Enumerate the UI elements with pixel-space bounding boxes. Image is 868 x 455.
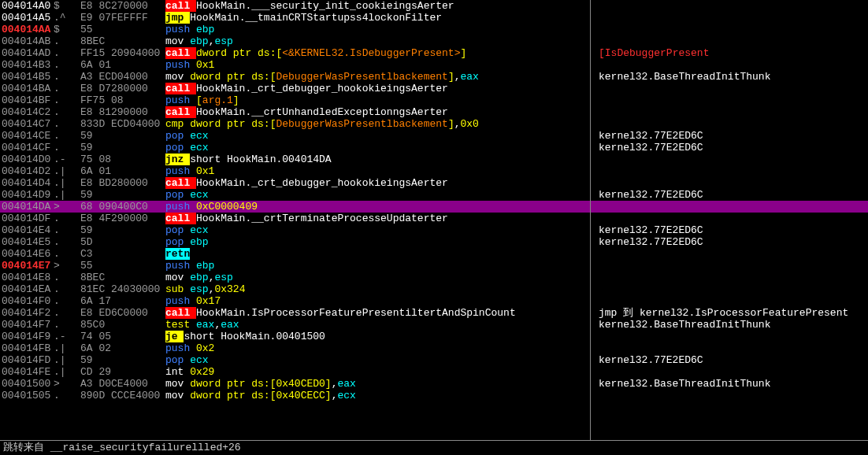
address: 004014D2 <box>0 166 54 177</box>
disasm-row[interactable]: 004014BA. E8 D7280000call HookMain._crt_… <box>0 83 590 94</box>
disasm-row[interactable]: 004014C2. E8 81290000call HookMain.__crt… <box>0 106 590 118</box>
disasm-row[interactable]: 004014BF. FF75 08push [arg.1] <box>0 94 590 106</box>
address: 004014C7 <box>0 119 54 130</box>
jump-marker: . <box>54 284 80 295</box>
instruction: cmp dword ptr ds:[DebuggerWasPresentlbac… <box>165 119 590 130</box>
disasm-row[interactable]: 004014DA> 68 090400C0push 0xC0000409 <box>0 201 590 213</box>
address: 004014F0 <box>0 296 54 307</box>
bytes: 68 090400C0 <box>80 202 165 213</box>
address: 004014F7 <box>0 320 54 331</box>
status-bar: 跳转来自 __raise_securityfailurellled+26 <box>0 440 868 454</box>
disasm-row[interactable]: 004014D0.- 75 08jnz short HookMain.00401… <box>0 154 590 165</box>
disasm-row[interactable]: 004014C7. 833D ECD04000cmp dword ptr ds:… <box>0 118 590 130</box>
disasm-row[interactable]: 004014A5.^ E9 07FEFFFFjmp HookMain.__tma… <box>0 12 590 24</box>
jump-marker: . <box>54 60 80 71</box>
disasm-row[interactable]: 004014DF. E8 4F290000call HookMain.__crt… <box>0 213 590 224</box>
info-cell <box>591 24 868 35</box>
instruction: retn <box>165 249 590 260</box>
bytes: 6A 01 <box>80 60 165 71</box>
address: 004014B5 <box>0 72 54 83</box>
jump-marker: . <box>54 131 80 142</box>
info-cell: kernel32.BaseThreadInitThunk <box>591 378 868 390</box>
instruction: push [arg.1] <box>165 95 590 106</box>
address: 004014B3 <box>0 60 54 71</box>
disasm-row[interactable]: 004014E8. 8BECmov ebp,esp <box>0 272 590 283</box>
instruction: call HookMain.__crtTerminateProcesseUpda… <box>165 213 590 224</box>
info-cell: kernel32.77E2ED6C <box>591 189 868 201</box>
address: 00401505 <box>0 390 54 401</box>
address: 004014DA <box>0 202 54 213</box>
disasm-row[interactable]: 00401500> A3 D0CE4000mov dword ptr ds:[0… <box>0 378 590 390</box>
info-cell: kernel32.BaseThreadInitThunk <box>591 71 868 83</box>
address: 004014D4 <box>0 178 54 189</box>
disasm-row[interactable]: 004014E6. C3retn <box>0 248 590 260</box>
info-pane: [IsDebuggerPresentkernel32.BaseThreadIni… <box>591 0 868 440</box>
address: 004014A5 <box>0 13 54 24</box>
disasm-row[interactable]: 004014AD. FF15 20904000call dword ptr ds… <box>0 47 590 59</box>
jump-marker: .- <box>54 331 80 342</box>
instruction: pop ecx <box>165 225 590 236</box>
disasm-row[interactable]: 00401505. 890D CCCE4000mov dword ptr ds:… <box>0 390 590 401</box>
info-cell <box>591 83 868 94</box>
instruction: int 0x29 <box>165 367 590 378</box>
jump-marker: . <box>54 107 80 118</box>
bytes: 8BEC <box>80 36 165 47</box>
bytes: C3 <box>80 249 165 260</box>
instruction: call HookMain.__crtUnhandledExceptionngs… <box>165 107 590 118</box>
instruction: call HookMain.___security_init_cookieing… <box>165 1 590 12</box>
disasm-row[interactable]: 004014F2. E8 ED6C0000call HookMain.IsPro… <box>0 307 590 319</box>
disasm-row[interactable]: 004014CE. 59pop ecx <box>0 130 590 142</box>
disasm-row[interactable]: 004014B3. 6A 01push 0x1 <box>0 59 590 71</box>
disasm-row[interactable]: 004014CF. 59pop ecx <box>0 142 590 154</box>
disasm-row[interactable]: 004014D9.| 59pop ecx <box>0 189 590 201</box>
disasm-row[interactable]: 004014E4. 59pop ecx <box>0 224 590 236</box>
address: 004014FB <box>0 343 54 354</box>
disasm-row[interactable]: 004014F9.- 74 05je short HookMain.004015… <box>0 331 590 342</box>
jump-marker: . <box>54 390 80 401</box>
disassembly-pane[interactable]: 004014A0$ E8 8C270000call HookMain.___se… <box>0 0 591 440</box>
disasm-row[interactable]: 004014FE.| CD 29int 0x29 <box>0 366 590 378</box>
disasm-row[interactable]: 004014B5. A3 ECD04000mov dword ptr ds:[D… <box>0 71 590 83</box>
disasm-row[interactable]: 004014FD.| 59pop ecx <box>0 354 590 366</box>
disasm-row[interactable]: 004014AB. 8BECmov ebp,esp <box>0 35 590 47</box>
instruction: push 0x17 <box>165 296 590 307</box>
info-cell <box>591 59 868 71</box>
disasm-row[interactable]: 004014FB.| 6A 02push 0x2 <box>0 342 590 354</box>
info-cell <box>591 366 868 378</box>
disasm-row[interactable]: 004014F0. 6A 17push 0x17 <box>0 295 590 307</box>
jump-marker: . <box>54 142 80 154</box>
info-cell <box>591 12 868 24</box>
disasm-row[interactable]: 004014AA$ 55push ebp <box>0 24 590 35</box>
address: 004014AB <box>0 36 54 47</box>
address: 004014AA <box>0 24 54 35</box>
bytes: 55 <box>80 261 165 272</box>
jump-marker: . <box>54 308 80 319</box>
disasm-row[interactable]: 004014F7. 85C0test eax,eax <box>0 319 590 331</box>
instruction: mov ebp,esp <box>165 272 590 283</box>
disasm-row[interactable]: 004014D4.| E8 BD280000call HookMain._crt… <box>0 177 590 189</box>
instruction: push ebp <box>165 261 590 272</box>
disasm-row[interactable]: 004014E7> 55push ebp <box>0 260 590 272</box>
instruction: mov dword ptr ds:[0x40CECC],ecx <box>165 390 590 401</box>
address: 004014CF <box>0 142 54 154</box>
bytes: 59 <box>80 225 165 236</box>
disasm-row[interactable]: 004014E5. 5Dpop ebp <box>0 236 590 248</box>
disasm-row[interactable]: 004014D2.| 6A 01push 0x1 <box>0 165 590 177</box>
bytes: A3 D0CE4000 <box>80 379 165 390</box>
info-cell <box>591 106 868 118</box>
bytes: 890D CCCE4000 <box>80 390 165 401</box>
info-cell <box>591 272 868 283</box>
disasm-row[interactable]: 004014EA. 81EC 24030000sub esp,0x324 <box>0 283 590 295</box>
disasm-row[interactable]: 004014A0$ E8 8C270000call HookMain.___se… <box>0 0 590 12</box>
info-cell <box>591 283 868 295</box>
jump-marker: . <box>54 36 80 47</box>
instruction: push ebp <box>165 24 590 35</box>
info-cell <box>591 201 868 213</box>
info-cell: [IsDebuggerPresent <box>591 47 868 59</box>
bytes: 75 08 <box>80 154 165 165</box>
address: 004014CE <box>0 131 54 142</box>
instruction: mov dword ptr ds:[DebuggerWasPresentlbac… <box>165 72 590 83</box>
info-cell <box>591 248 868 260</box>
bytes: E9 07FEFFFF <box>80 13 165 24</box>
instruction: push 0x2 <box>165 343 590 354</box>
